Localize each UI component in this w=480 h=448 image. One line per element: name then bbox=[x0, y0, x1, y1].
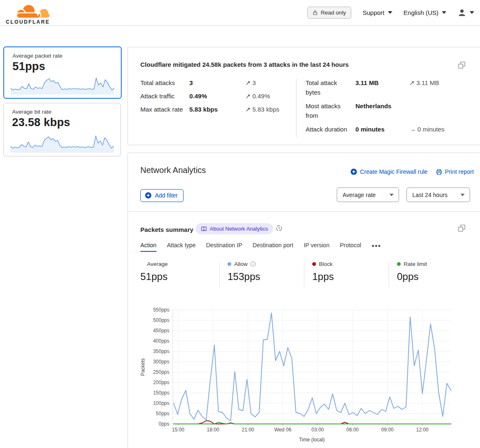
section-divider bbox=[128, 211, 480, 212]
stat-trend: ↗ 3 bbox=[245, 78, 256, 88]
svg-text:50pps: 50pps bbox=[156, 411, 169, 416]
x-axis-label: Time (local) bbox=[299, 437, 325, 443]
stat-value: 1pps bbox=[312, 271, 389, 282]
trend-up-icon: ↗ bbox=[245, 106, 251, 113]
add-filter-button[interactable]: Add filter bbox=[140, 189, 184, 202]
vertical-divider bbox=[304, 262, 304, 287]
print-report-link[interactable]: Print report bbox=[436, 168, 474, 175]
stat-label: Most attacks from bbox=[306, 101, 351, 120]
metric-card-value: 51pps bbox=[12, 60, 121, 73]
expand-icon[interactable] bbox=[458, 61, 465, 69]
svg-text:12:00: 12:00 bbox=[416, 427, 429, 433]
more-tabs-ellipsis-icon[interactable]: ●●● bbox=[372, 242, 381, 252]
chevron-down-icon bbox=[442, 11, 446, 14]
expand-icon[interactable] bbox=[458, 224, 465, 232]
book-icon bbox=[201, 226, 207, 232]
user-icon bbox=[458, 8, 466, 17]
attack-summary-panel: Cloudflare mitigated 24.58k packets from… bbox=[127, 47, 480, 145]
rate-limit-series-dot bbox=[397, 262, 401, 266]
stat-value: 3 bbox=[189, 78, 242, 88]
allow-series-dot bbox=[228, 262, 231, 266]
svg-text:0pps: 0pps bbox=[159, 421, 169, 427]
svg-text:09:00: 09:00 bbox=[381, 427, 394, 433]
create-magic-firewall-rule-link[interactable]: Create Magic Firewall rule bbox=[350, 168, 428, 175]
header-menu: Read only Support English (US) bbox=[307, 0, 474, 25]
svg-text:150pps: 150pps bbox=[153, 390, 169, 396]
trend-up-icon: ↗ bbox=[245, 93, 251, 100]
panel-actions: Create Magic Firewall rule Print report bbox=[350, 168, 474, 175]
svg-text:300pps: 300pps bbox=[153, 359, 169, 365]
stat-label: Total attacks bbox=[140, 78, 189, 88]
svg-text:18:00: 18:00 bbox=[207, 427, 219, 433]
stat-label: Attack traffic bbox=[140, 91, 189, 101]
stat-label: Attack duration bbox=[306, 124, 351, 134]
support-menu[interactable]: Support bbox=[362, 9, 392, 16]
vertical-divider bbox=[219, 262, 220, 287]
svg-text:400pps: 400pps bbox=[153, 338, 169, 344]
top-header: CLOUDFLARE Read only Support English (US… bbox=[0, 0, 480, 26]
y-axis-label: Packets bbox=[140, 358, 146, 376]
trend-up-icon: ↗ bbox=[245, 79, 251, 86]
svg-text:03:00: 03:00 bbox=[311, 427, 324, 433]
language-label: English (US) bbox=[404, 9, 438, 16]
stat-trend: ↗ 5.83 kbps bbox=[245, 105, 279, 114]
cloudflare-logo-image: CLOUDFLARE bbox=[6, 2, 53, 25]
stat-value: 0 minutes bbox=[355, 124, 407, 134]
attack-summary-title: Cloudflare mitigated 24.58k packets from… bbox=[140, 61, 349, 68]
stat-label: Block bbox=[319, 261, 333, 267]
network-analytics-panel: Network Analytics Create Magic Firewall … bbox=[127, 153, 480, 448]
packets-summary-title: Packets summary bbox=[140, 226, 193, 233]
svg-text:350pps: 350pps bbox=[153, 348, 169, 354]
info-icon[interactable] bbox=[250, 261, 256, 267]
packet-rate-sparkline bbox=[11, 73, 114, 95]
stat-average: Average 51pps bbox=[140, 261, 217, 282]
stat-label: Rate limit bbox=[404, 261, 427, 267]
dimension-tabs: Action Attack type Destination IP Destin… bbox=[140, 242, 381, 252]
history-clock-icon[interactable] bbox=[276, 225, 282, 231]
metric-card-value: 23.58 kbps bbox=[12, 116, 120, 129]
tab-destination-port[interactable]: Destination port bbox=[252, 242, 293, 252]
tab-ip-version[interactable]: IP version bbox=[304, 242, 329, 252]
metric-card-label: Average bit rate bbox=[12, 109, 120, 115]
chevron-down-icon bbox=[389, 194, 394, 196]
metric-card-packet-rate[interactable]: Average packet rate 51pps bbox=[3, 46, 122, 99]
read-only-badge: Read only bbox=[307, 7, 351, 19]
svg-text:250pps: 250pps bbox=[153, 369, 169, 375]
stat-trend: ↗ 3.11 MB bbox=[409, 78, 439, 88]
time-range-value: Last 24 hours bbox=[412, 192, 460, 198]
lock-icon bbox=[313, 10, 318, 15]
cloudflare-logo[interactable]: CLOUDFLARE bbox=[6, 2, 53, 25]
packets-time-series-chart: 550pps500pps450pps400pps350pps300pps250p… bbox=[137, 303, 480, 448]
tab-action[interactable]: Action bbox=[140, 242, 157, 252]
svg-text:100pps: 100pps bbox=[153, 400, 169, 406]
stat-trend: → 0 minutes bbox=[409, 124, 444, 134]
printer-icon bbox=[436, 169, 442, 175]
svg-text:450pps: 450pps bbox=[153, 328, 169, 334]
tab-protocol[interactable]: Protocol bbox=[340, 242, 361, 252]
account-menu[interactable] bbox=[458, 8, 474, 17]
network-analytics-title: Network Analytics bbox=[140, 166, 206, 175]
trend-up-icon: ↗ bbox=[409, 79, 415, 86]
svg-text:15:00: 15:00 bbox=[172, 427, 184, 433]
metric-card-bit-rate[interactable]: Average bit rate 23.58 kbps bbox=[3, 103, 121, 156]
language-menu[interactable]: English (US) bbox=[404, 9, 446, 16]
time-range-dropdown[interactable]: Last 24 hours bbox=[407, 187, 470, 202]
bit-rate-sparkline bbox=[10, 131, 114, 153]
trend-right-icon: → bbox=[409, 126, 416, 133]
svg-text:500pps: 500pps bbox=[153, 317, 169, 323]
tab-attack-type[interactable]: Attack type bbox=[167, 242, 196, 252]
tab-destination-ip[interactable]: Destination IP bbox=[206, 242, 242, 252]
support-label: Support bbox=[362, 9, 384, 16]
stat-label: Total attack bytes bbox=[306, 78, 351, 97]
stat-value: Netherlands bbox=[355, 101, 407, 111]
about-network-analytics-badge[interactable]: About Network Analytics bbox=[196, 223, 273, 234]
stat-trend: ↗ 0.49% bbox=[245, 91, 270, 101]
metric-select-dropdown[interactable]: Average rate bbox=[337, 187, 399, 202]
stat-allow: Allow 153pps bbox=[228, 261, 304, 282]
stat-value: 153pps bbox=[228, 271, 304, 282]
stat-value: 3.11 MB bbox=[355, 78, 407, 88]
block-series-dot bbox=[312, 262, 316, 266]
vertical-divider bbox=[389, 262, 389, 287]
stat-value: 0pps bbox=[397, 271, 474, 282]
svg-text:200pps: 200pps bbox=[153, 380, 169, 385]
